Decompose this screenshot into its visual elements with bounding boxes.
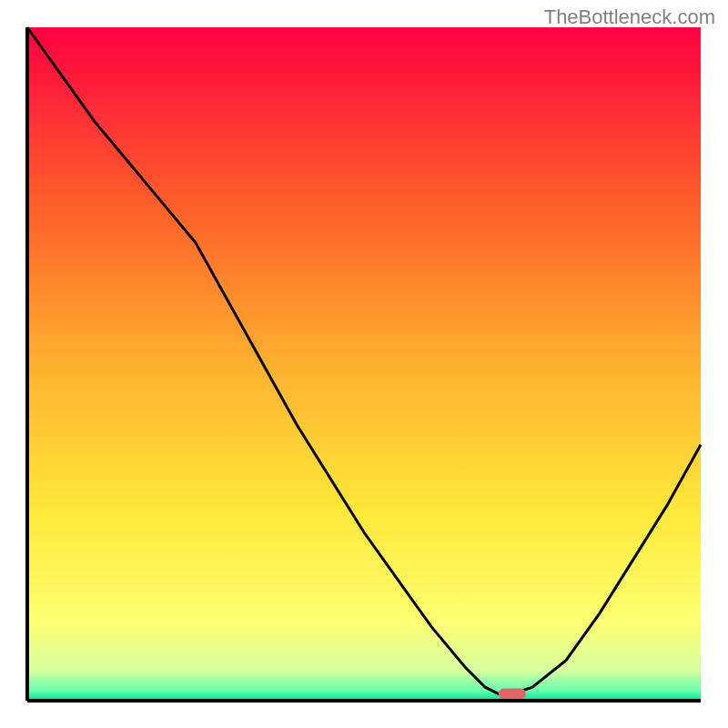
optimal-marker: [499, 689, 526, 700]
chart-svg: [0, 0, 728, 728]
watermark-text: TheBottleneck.com: [544, 5, 715, 29]
bottleneck-chart: TheBottleneck.com: [0, 0, 728, 728]
plot-background: [27, 27, 701, 701]
